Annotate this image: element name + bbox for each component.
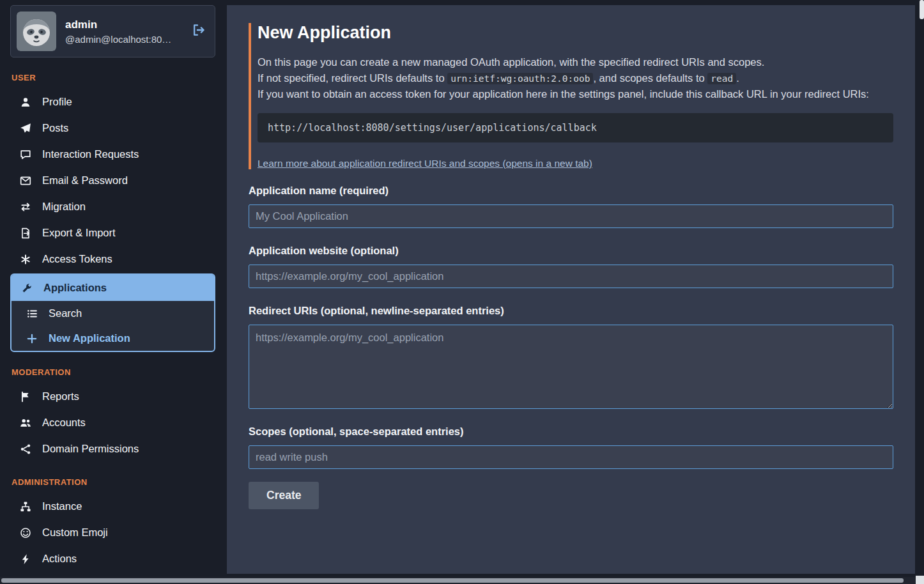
share-nodes-icon [19, 443, 32, 455]
horizontal-scrollbar-thumb[interactable] [1, 578, 904, 583]
sidebar-item-interaction-requests[interactable]: Interaction Requests [10, 141, 215, 167]
scopes-field-group: Scopes (optional, space-separated entrie… [249, 426, 893, 469]
sidebar-item-actions[interactable]: Actions [10, 546, 215, 572]
sidebar-item-domain-permissions[interactable]: Domain Permissions [10, 436, 215, 462]
section-label-moderation: MODERATION [12, 367, 215, 377]
wrench-icon [20, 282, 33, 294]
callback-url-codeblock: http://localhost:8080/settings/user/appl… [258, 113, 893, 142]
sidebar: admin @admin@localhost:80… USER Profile [0, 0, 227, 584]
settings-app: admin @admin@localhost:80… USER Profile [0, 0, 924, 584]
transfer-arrows-icon [19, 201, 32, 213]
scopes-label: Scopes (optional, space-separated entrie… [249, 426, 893, 438]
sidebar-item-label: Access Tokens [42, 253, 112, 265]
create-button[interactable]: Create [249, 482, 319, 509]
sidebar-item-instance[interactable]: Instance [10, 493, 215, 519]
section-label-user: USER [12, 73, 215, 82]
smiley-icon [19, 527, 32, 539]
oob-code: urn:ietf:wg:oauth:2.0:oob [447, 73, 593, 84]
sidebar-item-accounts[interactable]: Accounts [10, 410, 215, 436]
scrollbar-corner [916, 576, 924, 584]
user-handle: @admin@localhost:80… [65, 34, 179, 45]
intro-line-1: On this page you can create a new manage… [258, 54, 893, 70]
envelope-icon [19, 175, 32, 187]
sidebar-item-posts[interactable]: Interaction Requests Posts [10, 115, 215, 141]
sidebar-item-label: Export & Import [42, 227, 116, 239]
sidebar-nav: USER Profile Interaction Requests Posts … [10, 73, 215, 572]
applications-group: Applications Search New Application [10, 273, 215, 352]
plus-icon [26, 333, 38, 344]
users-icon [19, 417, 32, 429]
sidebar-item-custom-emoji[interactable]: Custom Emoji [10, 519, 215, 546]
sidebar-item-label: Interaction Requests [42, 148, 139, 160]
sidebar-item-reports[interactable]: Reports [10, 383, 215, 410]
sidebar-item-applications-search[interactable]: Search [12, 301, 214, 326]
sidebar-item-applications[interactable]: Applications [12, 275, 214, 301]
sidebar-item-label: Custom Emoji [42, 526, 108, 539]
page-title: New Application [258, 23, 893, 43]
paper-plane-icon [19, 123, 32, 134]
intro-line-2-mid: , and scopes defaults to [593, 72, 707, 84]
vertical-scrollbar-thumb[interactable] [920, 0, 924, 19]
sidebar-item-label: Email & Password [42, 174, 128, 187]
sidebar-item-label: Posts [42, 122, 68, 134]
redirect-uris-field-group: Redirect URIs (optional, newline-separat… [249, 305, 893, 409]
list-icon [26, 308, 38, 319]
sidebar-item-label: Accounts [42, 417, 86, 429]
application-website-field-group: Application website (optional) [249, 245, 893, 288]
sidebar-item-label: Search [49, 307, 82, 319]
sidebar-item-email-password[interactable]: Email & Password [10, 167, 215, 194]
sidebar-item-profile[interactable]: Profile [10, 89, 215, 115]
bolt-icon [19, 553, 32, 565]
read-code: read [707, 73, 736, 84]
sidebar-item-export-import[interactable]: Export & Import [10, 220, 215, 246]
vertical-scrollbar[interactable] [920, 0, 924, 584]
sidebar-item-migration[interactable]: Migration [10, 194, 215, 220]
logout-icon[interactable] [190, 22, 207, 41]
sidebar-item-label: Domain Permissions [42, 443, 139, 455]
user-icon [19, 96, 32, 108]
user-name: admin [65, 19, 181, 31]
sidebar-item-label: Instance [42, 500, 82, 512]
intro-block: New Application On this page you can cre… [249, 23, 893, 169]
scopes-input[interactable] [249, 445, 893, 469]
redirect-uris-textarea[interactable] [249, 325, 893, 409]
sidebar-item-new-application[interactable]: New Application [12, 326, 214, 351]
file-export-icon [19, 227, 32, 239]
certificate-icon [19, 254, 32, 265]
avatar [17, 12, 56, 51]
sitemap-icon [19, 501, 32, 512]
flag-icon [19, 391, 32, 403]
intro-line-2-pre: If not specified, redirect URIs defaults… [258, 72, 447, 84]
user-card: admin @admin@localhost:80… [10, 5, 215, 58]
application-website-input[interactable] [249, 265, 893, 288]
sidebar-item-access-tokens[interactable]: Access Tokens [10, 246, 215, 272]
user-meta: admin @admin@localhost:80… [65, 19, 181, 45]
section-label-administration: ADMINISTRATION [12, 477, 215, 487]
application-name-label: Application name (required) [249, 185, 893, 197]
application-name-field-group: Application name (required) [249, 185, 893, 228]
intro-line-2: If not specified, redirect URIs defaults… [258, 70, 893, 86]
intro-line-3: If you want to obtain an access token fo… [258, 86, 893, 102]
intro-line-2-post: . [736, 72, 739, 84]
sidebar-item-label: Profile [42, 96, 72, 108]
new-application-form: Application name (required) Application … [249, 185, 893, 509]
sidebar-item-label: Actions [42, 553, 77, 565]
sidebar-item-label: Applications [43, 282, 107, 294]
sidebar-item-label: New Application [49, 332, 130, 344]
application-website-label: Application website (optional) [249, 245, 893, 257]
horizontal-scrollbar[interactable] [0, 577, 924, 584]
main-panel: New Application On this page you can cre… [227, 5, 915, 574]
comment-icon [19, 149, 32, 160]
redirect-uris-label: Redirect URIs (optional, newline-separat… [249, 305, 893, 317]
sidebar-item-label: Migration [42, 201, 86, 213]
application-name-input[interactable] [249, 204, 893, 228]
learn-more-link[interactable]: Learn more about application redirect UR… [258, 158, 592, 169]
sidebar-item-label: Reports [42, 390, 79, 403]
